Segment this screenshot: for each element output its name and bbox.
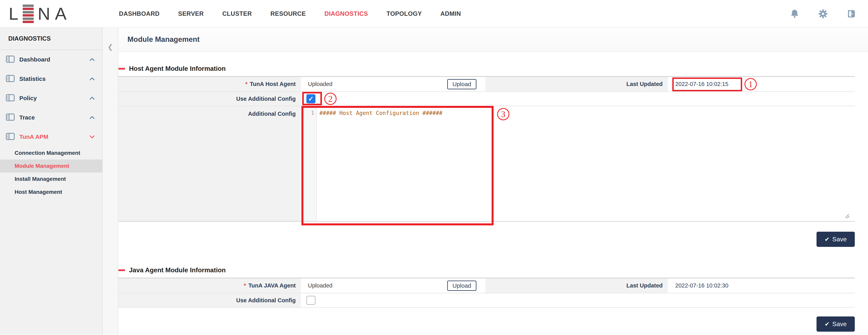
- sidebar-item-module-management[interactable]: Module Management: [0, 160, 102, 172]
- host-use-additional-config-label: Use Additional Config: [118, 92, 301, 106]
- sidebar-item-policy[interactable]: Policy: [0, 89, 102, 108]
- host-additional-config-label: Additional Config: [118, 106, 301, 221]
- logo-letter-l: L: [9, 4, 19, 24]
- host-use-additional-config-checkbox[interactable]: [306, 94, 315, 103]
- host-agent-status: Uploaded: [308, 81, 332, 87]
- nav-server[interactable]: SERVER: [178, 10, 204, 18]
- logout-door-icon[interactable]: [846, 9, 857, 19]
- host-upload-button[interactable]: Upload: [447, 79, 476, 89]
- java-use-additional-config-checkbox[interactable]: [306, 296, 315, 305]
- chevron-up-icon: [90, 116, 95, 119]
- sidebar-item-host-management[interactable]: Host Management: [0, 186, 102, 199]
- sidebar-item-tuna-apm[interactable]: TunA APM: [0, 127, 102, 146]
- host-additional-config-editor[interactable]: 1 ##### Host Agent Configuration ######: [301, 106, 855, 221]
- main-area: Module Management Host Agent Module Info…: [118, 28, 868, 335]
- host-save-button[interactable]: ✔ Save: [816, 232, 855, 247]
- content: Host Agent Module Information * TunA Hos…: [118, 52, 868, 335]
- panel-icon: [6, 56, 14, 64]
- sidebar-item-connection-management[interactable]: Connection Management: [0, 146, 102, 160]
- panel-icon: [6, 113, 14, 122]
- nav-dashboard[interactable]: DASHBOARD: [119, 10, 160, 18]
- java-upload-button[interactable]: Upload: [447, 280, 476, 291]
- resize-handle-icon[interactable]: [844, 213, 850, 220]
- check-icon: ✔: [825, 321, 830, 328]
- table-row: Additional Config 1 ##### Host Agent Con…: [118, 106, 855, 222]
- required-marker: *: [245, 81, 247, 87]
- sidebar: DIAGNOSTICS Dashboard: [0, 28, 102, 335]
- java-last-updated-value: 2022-07-16 10:02:30: [668, 278, 855, 293]
- host-module-table: * TunA Host Agent Uploaded Upload Last U…: [118, 76, 855, 222]
- java-last-updated-label: Last Updated: [485, 278, 668, 293]
- section-dash-icon: [118, 68, 125, 70]
- java-section-title: Java Agent Module Information: [118, 266, 855, 274]
- table-row: * TunA JAVA Agent Uploaded Upload Last U…: [118, 278, 855, 293]
- host-agent-status-cell: Uploaded Upload: [301, 77, 485, 91]
- java-save-button[interactable]: ✔ Save: [816, 316, 855, 332]
- java-use-additional-config-label: Use Additional Config: [118, 293, 301, 307]
- chevron-down-icon: [90, 135, 95, 138]
- sidebar-item-trace[interactable]: Trace: [0, 108, 102, 127]
- java-agent-status: Uploaded: [308, 282, 332, 289]
- required-marker: *: [244, 282, 246, 289]
- panel-icon: [6, 94, 14, 102]
- page-title: Module Management: [127, 35, 199, 43]
- nav-admin[interactable]: ADMIN: [440, 10, 461, 18]
- table-row: Use Additional Config: [118, 293, 855, 308]
- java-save-row: ✔ Save: [118, 316, 855, 332]
- chevron-up-icon: [90, 58, 95, 61]
- check-icon: ✔: [825, 236, 830, 243]
- java-module-table: * TunA JAVA Agent Uploaded Upload Last U…: [118, 278, 855, 308]
- table-row: * TunA Host Agent Uploaded Upload Last U…: [118, 77, 855, 92]
- editor-code-line[interactable]: ##### Host Agent Configuration ######: [317, 106, 855, 221]
- nav-resource[interactable]: RESOURCE: [271, 10, 306, 18]
- sidebar-title: DIAGNOSTICS: [0, 28, 102, 50]
- host-last-updated-label: Last Updated: [485, 77, 668, 91]
- nav-topology[interactable]: TOPOLOGY: [386, 10, 422, 18]
- java-agent-label: * TunA JAVA Agent: [118, 278, 301, 293]
- table-row: Use Additional Config: [118, 92, 855, 106]
- host-section-title: Host Agent Module Information: [118, 64, 855, 73]
- sidebar-item-install-management[interactable]: Install Management: [0, 172, 102, 186]
- chevron-up-icon: [90, 97, 95, 100]
- sidebar-collapse-strip: ❮: [102, 28, 118, 335]
- main-nav: DASHBOARD SERVER CLUSTER RESOURCE DIAGNO…: [119, 0, 461, 28]
- logo-stripes-icon: [23, 4, 34, 23]
- page-header: Module Management: [118, 28, 868, 52]
- panel-icon: [6, 75, 14, 83]
- section-dash-icon: [118, 269, 125, 271]
- sidebar-item-statistics[interactable]: Statistics: [0, 69, 102, 89]
- gear-icon[interactable]: [818, 9, 828, 19]
- panel-icon: [6, 133, 14, 141]
- java-agent-status-cell: Uploaded Upload: [301, 278, 485, 293]
- bell-icon[interactable]: [789, 9, 800, 19]
- sidebar-item-dashboard[interactable]: Dashboard: [0, 50, 102, 69]
- topbar-icons: [789, 0, 857, 28]
- nav-diagnostics[interactable]: DIAGNOSTICS: [324, 10, 368, 18]
- chevron-up-icon: [90, 77, 95, 80]
- editor-line-number: 1: [304, 106, 317, 221]
- logo-letter-n: N: [38, 4, 51, 24]
- lena-logo[interactable]: L N A: [9, 4, 67, 23]
- collapse-sidebar-icon[interactable]: ❮: [107, 43, 113, 335]
- logo-letter-a: A: [55, 4, 67, 24]
- top-bar: L N A DASHBOARD SERVER CLUSTER RESOURCE …: [0, 0, 868, 28]
- host-save-row: ✔ Save: [118, 232, 855, 247]
- java-use-additional-config-cell: [301, 293, 855, 307]
- nav-cluster[interactable]: CLUSTER: [222, 10, 252, 18]
- host-use-additional-config-cell: [301, 92, 855, 106]
- host-last-updated-value: 2022-07-16 10:02:15: [668, 77, 855, 91]
- host-agent-label: * TunA Host Agent: [118, 77, 301, 91]
